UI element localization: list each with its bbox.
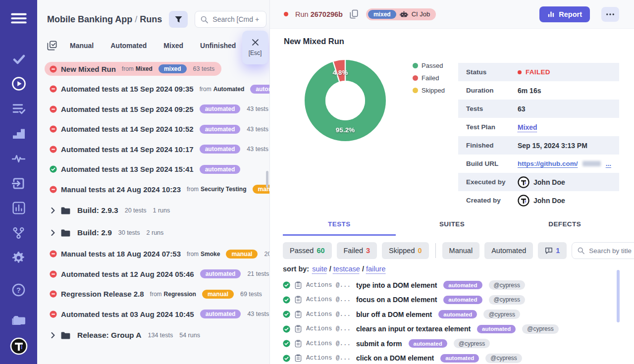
run-tests-count: 43 tests — [247, 126, 268, 133]
run-title: Automated tests at 14 Sep 2024 10:17 — [61, 145, 194, 154]
sidebar-item-settings[interactable] — [0, 246, 37, 270]
run-from: fromSmoke — [187, 251, 220, 258]
suite-name: Actions @... — [306, 311, 350, 318]
test-row[interactable]: Actions @...focus on a DOM elementautoma… — [283, 293, 621, 308]
runs-tabs-list: ManualAutomatedMixedUnfinished — [70, 42, 236, 50]
sidebar-item-analytics[interactable] — [0, 196, 37, 220]
details-row: Test PlanMixed — [458, 118, 619, 136]
sort-link-testcase[interactable]: testcase — [333, 265, 360, 273]
svg-text:?: ? — [16, 286, 21, 294]
legend-item-skipped[interactable]: Skipped — [413, 87, 458, 94]
sort-link-suite[interactable]: suite — [312, 265, 327, 273]
filter-automated-button[interactable]: Automated — [484, 242, 533, 259]
details-label: Test Plan — [466, 123, 518, 131]
sidebar-item-projects[interactable] — [0, 308, 37, 332]
tests-search[interactable] — [572, 242, 634, 259]
report-button[interactable]: Report — [539, 6, 590, 22]
runs-tab-unfinished[interactable]: Unfinished — [200, 42, 236, 50]
test-row[interactable]: Actions @...click on a DOM elementautoma… — [283, 351, 621, 364]
tab-defects[interactable]: DEFECTS — [508, 220, 621, 236]
folder-row[interactable]: Release: Group A134 tests54 runs — [50, 324, 269, 347]
sidebar-item-milestones[interactable] — [0, 121, 37, 146]
runs-search[interactable] — [195, 11, 266, 28]
failed-icon — [50, 311, 57, 318]
run-row[interactable]: Automated tests at 14 Sep 2024 10:52auto… — [50, 119, 269, 140]
tests-scrollbar[interactable] — [617, 270, 620, 322]
folder-row[interactable]: Build: 2.930 tests2 runs — [50, 222, 269, 244]
run-row[interactable]: Automated tests at 15 Sep 2024 09:35from… — [50, 79, 269, 100]
folder-row[interactable]: Build: 2.9.320 tests1 runs — [50, 200, 269, 222]
details-value[interactable]: https://github.com/... — [518, 160, 611, 167]
test-row[interactable]: Actions @...blur off a DOM elementautoma… — [283, 307, 621, 322]
breadcrumb-page: Runs — [140, 14, 162, 24]
sidebar-item-activity[interactable] — [0, 146, 37, 171]
runs-tab-manual[interactable]: Manual — [70, 42, 94, 50]
run-id: Run 2670296b — [295, 10, 343, 18]
run-row[interactable]: Automated tests at 15 Sep 2024 09:25auto… — [50, 99, 269, 119]
runs-search-input[interactable] — [212, 15, 261, 23]
chevron-right-icon[interactable] — [51, 230, 55, 236]
test-row[interactable]: Actions @...clears an input or textarea … — [283, 322, 621, 337]
tests-search-input[interactable] — [589, 247, 634, 255]
tab-suites[interactable]: SUITES — [396, 220, 509, 236]
filter-button[interactable] — [169, 11, 188, 28]
folder-tests-count: 134 tests — [148, 332, 173, 339]
suite-name: Actions @... — [306, 355, 350, 362]
detail-tabs: TESTSSUITESDEFECTS — [283, 220, 621, 236]
run-title: Regression Release 2.8 — [61, 290, 144, 298]
select-all-icon[interactable] — [47, 41, 57, 51]
run-row[interactable]: Automated tests at 12 Aug 2024 05:46auto… — [50, 264, 269, 284]
sidebar-item-tasks[interactable] — [0, 47, 37, 71]
comments-filter-button[interactable]: 1 — [538, 242, 567, 259]
legend-item-failed[interactable]: Failed — [413, 74, 458, 82]
chevron-right-icon[interactable] — [51, 208, 55, 213]
sort-link-failure[interactable]: failure — [366, 265, 386, 273]
filter-failed-button[interactable]: Failed 3 — [337, 242, 377, 259]
run-from: fromRegression — [150, 291, 196, 298]
breadcrumb-project[interactable]: Mobile Banking App — [47, 14, 132, 24]
passed-icon — [50, 165, 57, 173]
check-icon — [12, 52, 25, 65]
runs-tab-mixed[interactable]: Mixed — [163, 42, 183, 50]
filter-manual-button[interactable]: Manual — [442, 242, 480, 259]
chevron-right-icon[interactable] — [51, 332, 55, 338]
close-esc-button[interactable]: [Esc] — [242, 31, 268, 64]
legend-item-passed[interactable]: Passed — [413, 62, 458, 69]
test-tag: @cypress — [489, 295, 526, 305]
test-row[interactable]: Actions @...submit a formautomated@cypre… — [283, 336, 621, 351]
copy-run-id-button[interactable] — [349, 8, 359, 20]
run-row[interactable]: Automated tests at 03 Aug 2024 10:45auto… — [50, 304, 269, 324]
sidebar-item-branches[interactable] — [0, 220, 37, 245]
run-row[interactable]: Automated tests at 13 Sep 2024 15:41auto… — [50, 159, 269, 180]
runs-tab-automated[interactable]: Automated — [110, 42, 147, 50]
run-row[interactable]: New Mixed RunfromMixedmixed63 tests — [50, 59, 269, 79]
details-label: Executed by — [466, 178, 518, 186]
details-value[interactable]: Mixed — [518, 123, 537, 131]
run-row[interactable]: Manual tests at 24 Aug 2024 10:23fromSec… — [50, 179, 269, 200]
run-tests-count: 21 tests — [247, 270, 269, 277]
run-row[interactable]: Manual tests at 18 Aug 2024 07:53fromSmo… — [50, 244, 269, 264]
more-options-button[interactable] — [601, 7, 619, 22]
tab-tests[interactable]: TESTS — [283, 220, 396, 236]
user-avatar — [518, 176, 529, 188]
sidebar-item-test-plans[interactable] — [0, 96, 37, 121]
menu-button[interactable] — [0, 10, 37, 27]
test-row[interactable]: Actions @...type into a DOM elementautom… — [283, 278, 621, 293]
filter-skipped-button[interactable]: Skipped 0 — [382, 242, 428, 259]
failed-icon — [50, 105, 57, 113]
run-detail-header: Run 2670296b mixed CI Job Report — [270, 0, 634, 29]
folder-title: Build: 2.9.3 — [77, 206, 118, 215]
sidebar-item-runs[interactable] — [0, 71, 37, 96]
sidebar-item-import[interactable] — [0, 171, 37, 196]
run-row[interactable]: Automated tests at 14 Sep 2024 10:17auto… — [50, 139, 269, 159]
sort-row: sort by:suite / testcase / failure — [283, 265, 621, 273]
run-detail-panel: Run 2670296b mixed CI Job Report New Mix… — [270, 0, 634, 364]
app-logo[interactable] — [0, 337, 37, 356]
legend-label: Failed — [422, 74, 439, 82]
filter-passed-button[interactable]: Passed 60 — [283, 242, 332, 259]
runs-scrollbar[interactable] — [266, 171, 268, 188]
ci-job-badge[interactable]: mixed CI Job — [366, 8, 436, 20]
filter-passed-count: 60 — [317, 247, 324, 255]
sidebar-item-help[interactable]: ? — [0, 277, 37, 302]
run-row[interactable]: Regression Release 2.8fromRegressionmanu… — [50, 284, 269, 305]
